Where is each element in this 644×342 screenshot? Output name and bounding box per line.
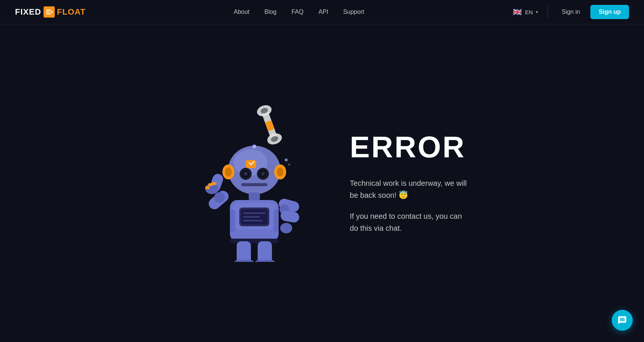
nav-faq[interactable]: FAQ xyxy=(285,6,309,18)
svg-rect-44 xyxy=(237,241,251,262)
chevron-down-icon: ▼ xyxy=(535,10,539,14)
svg-rect-47 xyxy=(258,241,272,262)
nav-support[interactable]: Support xyxy=(337,6,370,18)
svg-point-40 xyxy=(280,223,292,233)
svg-rect-39 xyxy=(279,210,300,223)
error-contact-line1: If you need to contact us, you can xyxy=(350,212,462,220)
chat-icon xyxy=(617,315,627,325)
nav-api[interactable]: API xyxy=(312,6,334,18)
svg-point-52 xyxy=(288,164,290,166)
svg-point-51 xyxy=(285,158,288,161)
logo-icon xyxy=(44,6,55,18)
svg-rect-34 xyxy=(205,186,210,189)
svg-rect-29 xyxy=(243,220,263,221)
svg-rect-36 xyxy=(212,182,216,185)
svg-point-13 xyxy=(277,167,284,176)
svg-point-11 xyxy=(225,167,232,176)
svg-rect-41 xyxy=(230,209,235,232)
navbar: FIXED FLOAT About Blog FAQ API Support 🇬… xyxy=(0,0,644,24)
logo-fixed-text: FIXED xyxy=(15,7,41,17)
svg-point-18 xyxy=(244,172,248,176)
language-label: EN xyxy=(525,9,533,15)
nav-blog[interactable]: Blog xyxy=(258,6,282,18)
svg-rect-20 xyxy=(241,183,267,186)
svg-rect-42 xyxy=(273,209,279,232)
svg-point-21 xyxy=(252,145,256,148)
flag-icon: 🇬🇧 xyxy=(512,7,523,17)
signup-button[interactable]: Sign up xyxy=(590,5,629,19)
signin-link[interactable]: Sign in xyxy=(557,6,584,18)
nav-right: 🇬🇧 EN ▼ Sign in Sign up xyxy=(512,5,629,19)
error-title: ERROR xyxy=(350,132,467,162)
logo-float-text: FLOAT xyxy=(57,7,86,17)
error-contact: If you need to contact us, you can do th… xyxy=(350,210,467,234)
svg-point-19 xyxy=(261,172,265,176)
error-message: Technical work is underway, we will be b… xyxy=(350,177,467,201)
language-selector[interactable]: 🇬🇧 EN ▼ xyxy=(512,7,539,17)
error-message-line1: Technical work is underway, we will xyxy=(350,179,467,187)
svg-rect-48 xyxy=(255,260,275,262)
nav-links: About Blog FAQ API Support xyxy=(228,9,370,15)
main-content: ERROR Technical work is underway, we wil… xyxy=(0,24,644,342)
nav-about[interactable]: About xyxy=(228,6,255,18)
error-section: ERROR Technical work is underway, we wil… xyxy=(335,132,467,234)
svg-rect-45 xyxy=(234,260,254,262)
svg-rect-43 xyxy=(230,239,279,243)
logo[interactable]: FIXED FLOAT xyxy=(15,6,86,18)
error-contact-line2: do this via chat. xyxy=(350,224,402,232)
svg-rect-28 xyxy=(243,216,260,218)
svg-rect-22 xyxy=(249,193,260,200)
error-message-line2: be back soon! 😇 xyxy=(350,191,408,199)
nav-divider xyxy=(548,6,548,18)
svg-point-31 xyxy=(214,192,225,203)
svg-rect-9 xyxy=(246,160,256,168)
chat-button[interactable] xyxy=(612,310,633,331)
svg-rect-27 xyxy=(243,212,266,214)
robot-svg xyxy=(185,105,327,262)
robot-illustration xyxy=(177,105,335,262)
